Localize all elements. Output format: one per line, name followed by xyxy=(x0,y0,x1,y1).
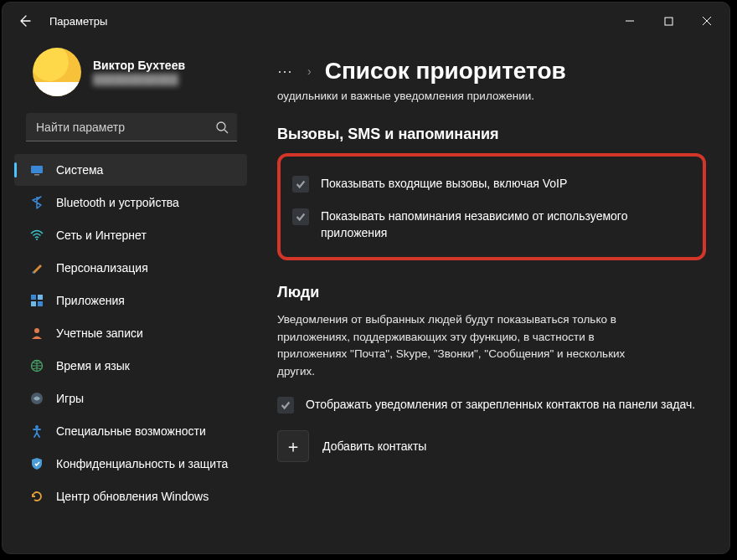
sidebar-item-gaming[interactable]: Игры xyxy=(14,383,247,414)
section-people-title: Люди xyxy=(277,284,706,301)
nav-list: Система Bluetooth и устройства Сеть и Ин… xyxy=(9,153,254,553)
sidebar-item-apps[interactable]: Приложения xyxy=(14,285,247,316)
checkmark-icon xyxy=(295,178,307,190)
add-contacts-row: ＋ Добавить контакты xyxy=(277,430,706,462)
close-button[interactable] xyxy=(688,7,726,35)
accessibility-icon xyxy=(29,424,44,439)
svg-point-9 xyxy=(34,328,39,333)
sidebar-item-accounts[interactable]: Учетные записи xyxy=(14,317,247,349)
page-title: Список приоритетов xyxy=(325,58,566,85)
checkmark-icon xyxy=(295,211,307,223)
close-icon xyxy=(702,16,712,26)
minimize-button[interactable] xyxy=(611,7,649,35)
plus-icon: ＋ xyxy=(285,435,302,458)
svg-rect-0 xyxy=(665,18,673,25)
setting-incoming-calls[interactable]: Показывать входящие вызовы, включая VoIP xyxy=(292,175,684,193)
maximize-icon xyxy=(664,17,673,26)
titlebar: Параметры xyxy=(3,3,729,39)
svg-point-4 xyxy=(36,239,38,240)
section-calls-title: Вызовы, SMS и напоминания xyxy=(277,126,706,143)
profile-name: Виктор Бухтеев xyxy=(93,59,185,72)
chevron-right-icon: › xyxy=(307,64,312,78)
setting-reminders[interactable]: Показывать напоминания независимо от исп… xyxy=(292,208,684,242)
checkmark-icon xyxy=(280,399,291,411)
profile-text: Виктор Бухтеев ████████████ xyxy=(93,59,185,85)
window-controls xyxy=(611,7,726,35)
sidebar-item-label: Сеть и Интернет xyxy=(56,229,147,242)
search-icon xyxy=(215,121,229,134)
sidebar-item-accessibility[interactable]: Специальные возможности xyxy=(14,415,247,447)
sidebar-item-label: Приложения xyxy=(56,294,125,307)
setting-label: Показывать входящие вызовы, включая VoIP xyxy=(321,175,567,192)
brush-icon xyxy=(29,260,44,275)
accounts-icon xyxy=(29,326,44,341)
avatar xyxy=(33,48,81,96)
sidebar: Виктор Бухтеев ████████████ Найти параме… xyxy=(3,39,260,553)
update-icon xyxy=(29,489,44,504)
sidebar-item-label: Время и язык xyxy=(56,359,130,372)
sidebar-item-label: Персонализация xyxy=(56,261,148,275)
highlighted-settings-group: Показывать входящие вызовы, включая VoIP… xyxy=(277,153,706,260)
add-contacts-label: Добавить контакты xyxy=(322,439,426,453)
profile-block[interactable]: Виктор Бухтеев ████████████ xyxy=(9,39,254,111)
sidebar-item-update[interactable]: Центр обновления Windows xyxy=(14,480,247,512)
breadcrumb-ellipsis[interactable]: ⋯ xyxy=(277,62,294,80)
arrow-left-icon xyxy=(18,14,31,28)
body: Виктор Бухтеев ████████████ Найти параме… xyxy=(3,39,729,553)
checkbox-checked[interactable] xyxy=(277,397,294,414)
apps-icon xyxy=(29,293,44,308)
search-input[interactable]: Найти параметр xyxy=(26,113,237,141)
svg-rect-2 xyxy=(31,166,43,173)
sidebar-item-label: Учетные записи xyxy=(56,326,143,340)
wifi-icon xyxy=(29,228,44,243)
setting-pinned-contacts[interactable]: Отображать уведомления от закрепленных к… xyxy=(277,396,706,414)
svg-rect-5 xyxy=(31,295,36,300)
setting-label: Показывать напоминания независимо от исп… xyxy=(321,208,684,242)
gaming-icon xyxy=(29,391,44,406)
sidebar-item-time[interactable]: Время и язык xyxy=(14,350,247,382)
svg-rect-8 xyxy=(38,301,43,306)
sidebar-item-network[interactable]: Сеть и Интернет xyxy=(14,219,247,251)
svg-rect-6 xyxy=(38,295,43,300)
svg-rect-7 xyxy=(31,301,36,306)
sidebar-item-label: Специальные возможности xyxy=(56,424,206,438)
back-button[interactable] xyxy=(9,6,39,36)
profile-email: ████████████ xyxy=(93,74,185,85)
sidebar-item-label: Система xyxy=(56,163,103,177)
sidebar-item-privacy[interactable]: Конфиденциальность и защита xyxy=(14,448,247,480)
people-description: Уведомления от выбранных людей будут пок… xyxy=(277,311,662,382)
sidebar-item-bluetooth[interactable]: Bluetooth и устройства xyxy=(14,187,247,218)
sidebar-item-label: Bluetooth и устройства xyxy=(56,196,179,209)
truncated-top-line: оудильники и важные уведомления приложен… xyxy=(277,90,706,102)
svg-point-1 xyxy=(217,122,225,131)
system-icon xyxy=(29,162,44,177)
maximize-button[interactable] xyxy=(649,7,688,35)
content-area: ⋯ › Список приоритетов оудильники и важн… xyxy=(260,39,729,553)
sidebar-item-system[interactable]: Система xyxy=(14,154,247,186)
globe-icon xyxy=(29,358,44,373)
svg-rect-3 xyxy=(34,174,39,176)
sidebar-item-label: Центр обновления Windows xyxy=(56,490,209,503)
bluetooth-icon xyxy=(29,195,44,210)
settings-window: Параметры Виктор Бухтеев ████████████ xyxy=(2,2,730,554)
search-placeholder: Найти параметр xyxy=(36,121,215,134)
minimize-icon xyxy=(625,16,635,26)
sidebar-item-label: Конфиденциальность и защита xyxy=(56,457,228,470)
setting-label: Отображать уведомления от закрепленных к… xyxy=(306,396,695,413)
sidebar-item-personalization[interactable]: Персонализация xyxy=(14,252,247,284)
checkbox-checked[interactable] xyxy=(292,176,309,193)
breadcrumb: ⋯ › Список приоритетов xyxy=(277,58,706,85)
shield-icon xyxy=(29,456,44,471)
sidebar-item-label: Игры xyxy=(56,392,84,405)
checkbox-checked[interactable] xyxy=(292,208,309,225)
add-contacts-button[interactable]: ＋ xyxy=(277,430,309,462)
app-title: Параметры xyxy=(49,15,107,28)
